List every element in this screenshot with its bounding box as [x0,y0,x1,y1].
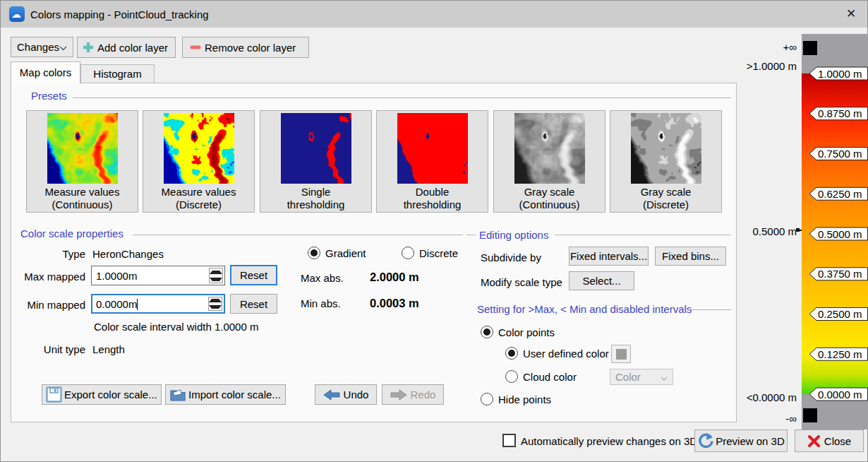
edit-group-line [555,235,731,235]
preset-image-grayc [514,113,585,184]
unit-type-value: Length [92,343,125,355]
discrete-radio-circle [402,247,414,259]
subdivide-by-label: Subdivide by [481,251,541,263]
tab-histogram[interactable]: Histogram [80,64,155,83]
hide-points-label: Hide points [498,393,551,405]
floppy-disk-icon [46,386,62,403]
preset-caption-line1: Measure values [27,186,138,199]
min-mapped-spin-buttons[interactable] [208,297,222,311]
hide-points-radio[interactable]: Hide points [481,393,551,405]
preset-caption-line1: Measure values [143,186,254,199]
min-mapped-spinbox[interactable]: 0.0000m [91,294,225,314]
swatch-color [616,349,627,360]
undo-label: Undo [344,389,369,401]
titlebar: ☁ Colors mapping - PointCloud_tracking ✕ [1,1,867,28]
user-color-swatch[interactable] [611,345,631,363]
scale-lt-min-label: <0.0000 m [735,391,797,403]
auto-preview-checkbox[interactable] [502,434,516,447]
changes-dropdown[interactable]: Changes [11,37,73,57]
setting-group-line [689,309,731,310]
csp-group-line [133,235,463,235]
minus-icon [190,42,201,53]
export-color-scale-button[interactable]: Export color scale... [42,384,162,405]
select-button[interactable]: Select... [569,271,634,290]
scale-tick-label: 0.1250 m [818,348,862,360]
cloud-color-label: Cloud color [523,371,577,383]
preset-caption-line2: thresholding [260,199,371,211]
window-close-icon[interactable]: ✕ [840,4,862,24]
scale-pos-inf-label: +∞ [735,41,797,53]
min-abs-value: 0.0003 m [370,297,419,310]
presets-group-line [73,97,731,98]
chevron-down-icon [59,41,67,53]
preset-thumbnail[interactable]: Doublethresholding [376,110,488,213]
preset-caption-line2: (Continuous) [27,199,138,211]
gradient-radio-label: Gradient [325,247,366,259]
presets-group-title: Presets [31,90,67,102]
app-icon: ☁ [9,6,25,22]
add-color-layer-button[interactable]: Add color layer [77,37,176,58]
scale-tick-label: 0.0000 m [818,389,862,401]
user-defined-color-label: User defined color [523,348,609,360]
scale-tick-label: 0.7500 m [818,148,862,160]
min-abs-label: Min abs. [301,297,341,309]
import-label: Import color scale... [188,389,281,401]
remove-color-layer-button[interactable]: Remove color layer [182,37,309,58]
redo-button[interactable]: Redo [382,384,444,405]
type-label: Type [22,248,85,260]
scale-tick-label: 0.5000 m [818,228,862,240]
preview-on-3d-button[interactable]: Preview on 3D [694,430,788,452]
hide-points-radio-circle [481,393,493,405]
preset-image-double [397,113,468,184]
spin-down-icon [209,305,222,309]
discrete-radio[interactable]: Discrete [402,247,458,259]
preset-caption-line1: Single [260,186,371,199]
refresh-icon [697,432,714,449]
editing-options-title: Editing options [479,229,548,241]
text-caret [137,299,138,310]
redo-arrow-icon [390,389,407,401]
preset-caption-line1: Gray scale [494,186,605,199]
max-reset-button[interactable]: Reset [230,265,277,285]
scale-gt-max-label: >1.0000 m [735,60,797,72]
preset-caption-line2: (Discrete) [143,199,254,211]
discrete-radio-label: Discrete [419,247,458,259]
setting-group-title: Setting for >Max, < Min and disabled int… [477,303,692,315]
tab-map-colors[interactable]: Map colors [11,61,80,83]
auto-preview-label: Automatically preview changes on 3D [521,435,697,447]
fixed-bins-button[interactable]: Fixed bins... [655,247,726,266]
undo-button[interactable]: Undo [315,384,377,405]
fixed-intervals-button[interactable]: Fixed intervals... [569,247,649,266]
interval-width-text: Color scale interval width 1.0000 m [94,321,258,333]
cloud-color-dropdown-value: Color [615,371,641,383]
color-points-radio[interactable]: Color points [481,326,555,338]
preset-thumbnail[interactable]: Measure values(Continuous) [26,110,138,213]
preset-image-single [281,113,351,184]
type-value: HeronChanges [92,248,164,260]
scale-tick-label: 0.6250 m [818,188,862,200]
preset-thumbnail[interactable]: Gray scale(Continuous) [493,110,605,213]
preset-thumbnail[interactable]: Gray scale(Discrete) [610,110,722,213]
close-button[interactable]: Close [795,430,864,452]
preset-thumbnail[interactable]: Singlethresholding [260,110,372,213]
gradient-radio[interactable]: Gradient [308,247,366,259]
preset-caption-line2: thresholding [377,199,488,211]
min-reset-button[interactable]: Reset [230,294,277,314]
spin-up-icon [209,299,222,302]
export-label: Export color scale... [64,389,157,401]
chevron-down-icon [661,371,668,383]
color-points-label: Color points [498,326,555,338]
min-mapped-label: Min mapped [22,299,85,311]
max-mapped-value: 1.0000m [96,270,137,282]
preset-image-jetd [164,113,234,184]
max-mapped-spin-buttons[interactable] [209,268,223,283]
preset-thumbnail[interactable]: Measure values(Discrete) [143,110,255,213]
user-defined-color-radio[interactable]: User defined color [505,347,609,360]
max-mapped-spinbox[interactable]: 1.0000m [91,266,225,285]
cloud-color-radio[interactable]: Cloud color [505,370,577,383]
undo-arrow-icon [323,389,340,401]
max-abs-label: Max abs. [301,272,344,284]
import-color-scale-button[interactable]: Import color scale... [165,384,286,405]
changes-dropdown-label: Changes [17,41,59,53]
color-scale-bar[interactable]: 1.0000 m0.8750 m0.7500 m0.6250 m0.5000 m… [802,34,868,430]
